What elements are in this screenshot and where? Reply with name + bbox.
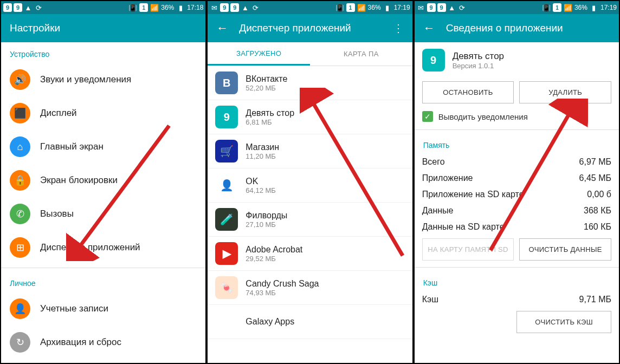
sync-icon: ⟳	[458, 3, 467, 12]
cache-row: Кэш9,71 МБ	[415, 291, 619, 308]
clear-cache-button[interactable]: ОЧИСТИТЬ КЭШ	[516, 311, 611, 333]
checkbox-checked-icon[interactable]: ✓	[422, 111, 433, 122]
memory-row: Приложение на SD карте0,00 б	[415, 186, 619, 203]
status-bar: ✉ 9 9 ▲ ⟳ 📳 1 📶 36% ▮ 17:19	[208, 1, 412, 14]
screen-settings: 9 9 ▲ ⟳ 📳 1 📶 36% ▮ 17:18 Настройки Устр…	[0, 0, 206, 364]
battery-pct: 36%	[161, 4, 174, 11]
app-list[interactable]: BВКонтакте52,20 МБ9Девять стор6,81 МБ🛒Ма…	[208, 66, 412, 363]
header: ← Сведения о приложении	[415, 14, 619, 42]
row-val: 0,00 б	[587, 190, 611, 199]
signal-icon: 📶	[564, 3, 572, 12]
row-key: Всего	[422, 157, 445, 167]
app-size: 11,20 МБ	[246, 152, 279, 160]
row-key: Приложение на SD карте	[422, 190, 524, 199]
battery-pct: 36%	[368, 4, 381, 11]
app-list-item[interactable]: 🍬Candy Crush Saga74,93 МБ	[208, 271, 412, 305]
settings-item-sound[interactable]: 🔊Звуки и уведомления	[1, 63, 205, 96]
app-size: 52,20 МБ	[246, 84, 287, 92]
move-to-sd-button: НА КАРТУ ПАМЯТИ SD	[422, 238, 514, 261]
app-list-item[interactable]: 👤OK64,12 МБ	[208, 168, 412, 203]
sim-icon: 1	[139, 3, 148, 12]
app-size: 27,10 МБ	[246, 220, 287, 229]
settings-item-display[interactable]: ⬛Дисплей	[1, 96, 205, 130]
settings-item-backup[interactable]: ↻Архивация и сброс	[1, 326, 205, 359]
memory-row: Данные368 КБ	[415, 203, 619, 219]
row-key: Приложение	[422, 173, 473, 183]
app-icon: 9	[215, 106, 238, 128]
app-version: Версия 1.0.1	[453, 62, 504, 70]
app-icon: 👤	[215, 174, 238, 197]
stop-button[interactable]: ОСТАНОВИТЬ	[422, 81, 514, 103]
app-icon: S	[215, 310, 238, 333]
row-val: 160 КБ	[584, 222, 611, 232]
memory-row: Данные на SD карте160 КБ	[415, 219, 619, 235]
app-icon: ▶	[215, 242, 238, 265]
signal-icon: 📶	[150, 3, 159, 12]
app-list-item[interactable]: SGalaxy Apps	[208, 305, 412, 339]
battery-icon: ▮	[383, 3, 392, 12]
envelope-icon: ✉	[210, 3, 218, 12]
app-list-item[interactable]: ▶Adobe Acrobat29,52 МБ	[208, 237, 412, 271]
settings-item-apps[interactable]: ⊞Диспетчер приложений	[1, 231, 205, 264]
delete-button[interactable]: УДАЛИТЬ	[519, 81, 611, 103]
battery-pct: 36%	[574, 4, 587, 11]
row-key: Кэш	[422, 295, 438, 304]
display-icon: ⬛	[10, 103, 30, 123]
row-val: 9,71 МБ	[579, 295, 611, 304]
settings-item-label: Учетные записи	[40, 303, 108, 314]
app-list-item[interactable]: 🛒Магазин11,20 МБ	[208, 134, 412, 168]
vibrate-icon: 📳	[335, 3, 344, 12]
back-button[interactable]: ←	[423, 21, 435, 35]
overflow-menu-icon[interactable]: ⋮	[393, 22, 404, 35]
tab[interactable]: КАРТА ПА	[310, 42, 412, 66]
page-title: Настройки	[10, 22, 60, 34]
app-notif-icon: 9	[437, 3, 446, 12]
app-notif-icon: 9	[14, 3, 22, 12]
memory-section-label: Память	[415, 133, 619, 154]
settings-item-label: Главный экран	[40, 141, 104, 152]
app-list-item[interactable]: 🧪Филворды27,10 МБ	[208, 203, 412, 237]
app-header: 9 Девять стор Версия 1.0.1	[415, 42, 619, 78]
battery-icon: ▮	[590, 3, 598, 12]
settings-item-lock[interactable]: 🔒Экран блокировки	[1, 164, 205, 197]
settings-item-label: Звуки и уведомления	[40, 74, 131, 85]
app-name: ВКонтакте	[246, 74, 287, 84]
clear-data-button[interactable]: ОЧИСТИТЬ ДАННЫЕ	[519, 238, 611, 261]
settings-item-calls[interactable]: ✆Вызовы	[1, 197, 205, 231]
tab[interactable]: ЗАГРУЖЕНО	[208, 42, 310, 66]
row-val: 6,97 МБ	[579, 157, 611, 167]
app-name: OK	[246, 177, 276, 186]
notifications-checkbox-row[interactable]: ✓ Выводить уведомления	[415, 107, 619, 126]
settings-item-accounts[interactable]: 👤Учетные записи	[1, 292, 205, 326]
memory-row: Всего6,97 МБ	[415, 154, 619, 170]
settings-item-home[interactable]: ⌂Главный экран	[1, 130, 205, 164]
apps-icon: ⊞	[10, 237, 30, 258]
app-icon: 🧪	[215, 208, 238, 231]
app-name: Candy Crush Saga	[246, 279, 319, 289]
back-button[interactable]: ←	[216, 21, 228, 35]
page-title: Диспетчер приложений	[239, 22, 351, 34]
app-list-item[interactable]: BВКонтакте52,20 МБ	[208, 66, 412, 100]
tabs: ЗАГРУЖЕНОКАРТА ПА	[208, 42, 412, 66]
settings-list[interactable]: Устройство🔊Звуки и уведомления⬛Дисплей⌂Г…	[1, 42, 205, 363]
section-label: Личное	[1, 271, 205, 292]
app-size: 64,12 МБ	[246, 186, 276, 194]
settings-item-label: Архивация и сброс	[40, 337, 121, 348]
header: ← Диспетчер приложений ⋮	[208, 14, 412, 42]
warning-icon: ▲	[448, 3, 456, 12]
status-bar: 9 9 ▲ ⟳ 📳 1 📶 36% ▮ 17:18	[1, 1, 205, 14]
envelope-icon: ✉	[417, 3, 425, 12]
home-icon: ⌂	[10, 136, 30, 157]
app-name: Филворды	[246, 211, 287, 220]
app-name: Девять стор	[246, 108, 294, 118]
app-icon: B	[215, 72, 238, 94]
status-bar: ✉ 9 9 ▲ ⟳ 📳 1 📶 36% ▮ 17:19	[415, 1, 619, 14]
app-list-item[interactable]: 9Девять стор6,81 МБ	[208, 100, 412, 134]
app-size: 74,93 МБ	[246, 289, 319, 297]
battery-icon: ▮	[176, 3, 185, 12]
app-notif-icon: 9	[427, 3, 436, 12]
page-title: Сведения о приложении	[446, 22, 563, 34]
row-val: 6,45 МБ	[579, 173, 611, 183]
app-details: 9 Девять стор Версия 1.0.1 ОСТАНОВИТЬ УД…	[415, 42, 619, 363]
sim-icon: 1	[553, 3, 561, 12]
